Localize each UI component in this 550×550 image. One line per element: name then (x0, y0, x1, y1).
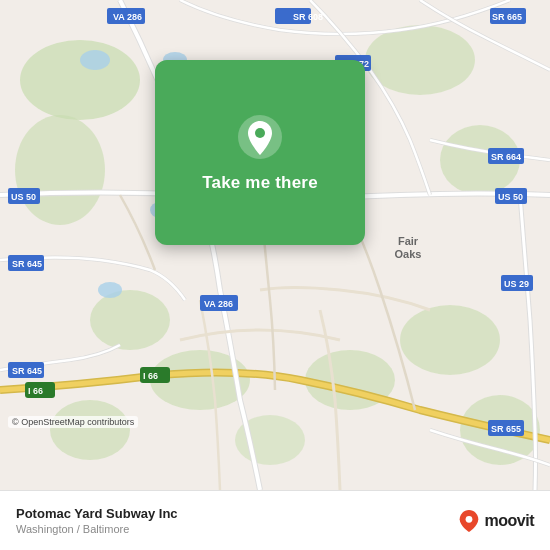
svg-point-48 (465, 515, 472, 522)
svg-text:VA 286: VA 286 (204, 299, 233, 309)
svg-point-10 (50, 400, 130, 460)
svg-text:US 50: US 50 (498, 192, 523, 202)
place-info: Potomac Yard Subway Inc Washington / Bal… (16, 506, 178, 535)
svg-text:SR 645: SR 645 (12, 259, 42, 269)
place-location: Washington / Baltimore (16, 523, 178, 535)
svg-point-12 (80, 50, 110, 70)
bottom-bar: Potomac Yard Subway Inc Washington / Bal… (0, 490, 550, 550)
svg-text:I 66: I 66 (28, 386, 43, 396)
svg-point-1 (20, 40, 140, 120)
moovit-pin-icon (458, 510, 480, 532)
svg-text:SR 645: SR 645 (12, 366, 42, 376)
svg-point-47 (255, 128, 265, 138)
svg-point-15 (98, 282, 122, 298)
map-attribution: © OpenStreetMap contributors (8, 416, 138, 428)
navigation-card[interactable]: Take me there (155, 60, 365, 245)
svg-point-3 (90, 290, 170, 350)
place-name: Potomac Yard Subway Inc (16, 506, 178, 521)
svg-text:SR 665: SR 665 (492, 12, 522, 22)
moovit-brand-text: moovit (485, 512, 534, 530)
svg-text:Fair: Fair (398, 235, 419, 247)
svg-text:SR 664: SR 664 (491, 152, 521, 162)
take-me-there-button[interactable]: Take me there (202, 173, 318, 193)
location-pin-icon (236, 113, 284, 161)
svg-text:SR 608: SR 608 (293, 12, 323, 22)
svg-text:I 66: I 66 (143, 371, 158, 381)
svg-text:US 50: US 50 (11, 192, 36, 202)
svg-text:SR 655: SR 655 (491, 424, 521, 434)
svg-point-8 (400, 305, 500, 375)
svg-text:Oaks: Oaks (395, 248, 422, 260)
map-container: SR 608 VA 286 US 50 SR 645 SR 672 SR 665… (0, 0, 550, 490)
svg-text:US 29: US 29 (504, 279, 529, 289)
moovit-logo: moovit (458, 510, 534, 532)
svg-text:VA 286: VA 286 (113, 12, 142, 22)
svg-point-2 (15, 115, 105, 225)
